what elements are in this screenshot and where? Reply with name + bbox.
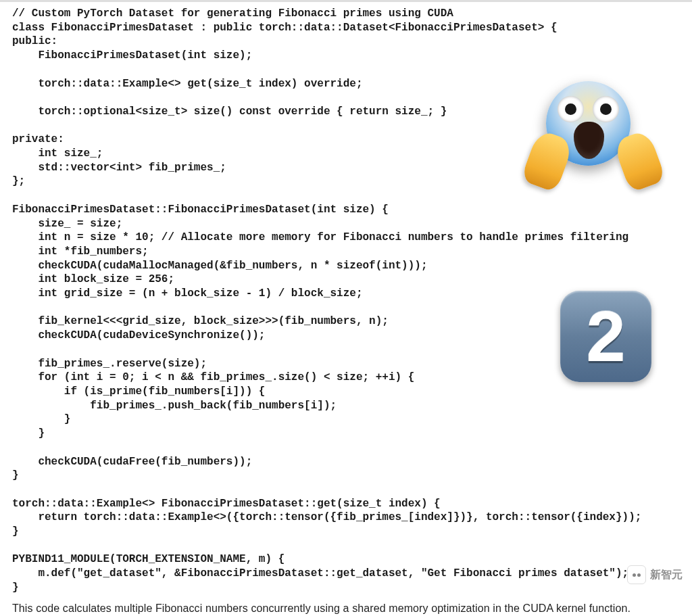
watermark-text: 新智元 — [650, 568, 683, 582]
page-root: // Custom PyTorch Dataset for generating… — [0, 0, 692, 615]
badge-number: 2 — [586, 301, 625, 372]
scream-emoji-icon — [546, 81, 641, 176]
caption-text: This code calculates multiple Fibonacci … — [0, 595, 692, 616]
top-rule — [0, 0, 692, 2]
watermark: 新智元 — [627, 565, 683, 584]
wechat-icon — [627, 565, 646, 584]
number-two-badge-icon: 2 — [560, 291, 651, 382]
